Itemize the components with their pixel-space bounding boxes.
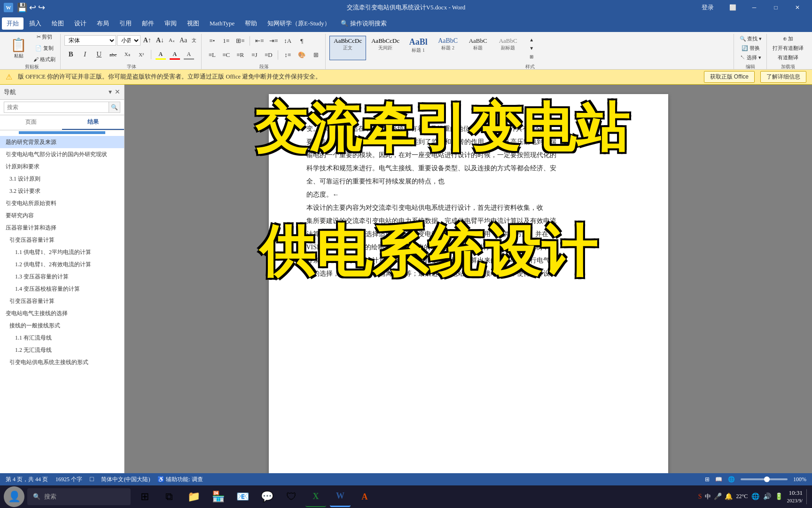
- toc-item[interactable]: 1.2 无汇流母线: [0, 344, 124, 356]
- toc-item[interactable]: 引变压器容量计算: [0, 295, 124, 307]
- change-case-button[interactable]: Aa: [178, 35, 189, 46]
- taskbar-search[interactable]: 🔍 搜索: [27, 488, 131, 505]
- toc-item[interactable]: 1.1 有汇流母线: [0, 332, 124, 344]
- search-input[interactable]: [4, 102, 109, 113]
- learn-more-button[interactable]: 了解详细信息: [760, 71, 806, 83]
- microphone-icon[interactable]: 🎤: [714, 492, 722, 500]
- minimize-button[interactable]: ─: [743, 0, 765, 15]
- menu-item-draw[interactable]: 绘图: [47, 17, 69, 30]
- view-mode-icon[interactable]: □: [90, 476, 94, 483]
- menu-item-insert[interactable]: 插入: [24, 17, 46, 30]
- multilevel-list-button[interactable]: ⊞≡: [234, 34, 247, 48]
- styles-scroll-up[interactable]: ▲: [525, 36, 538, 43]
- add-addin-button[interactable]: ⊕ 加: [771, 34, 805, 43]
- style-subtitle[interactable]: AaBbC 副标题: [493, 36, 523, 60]
- menu-item-mathtype[interactable]: MathType: [205, 18, 239, 29]
- style-title[interactable]: AaBbC 标题: [464, 36, 492, 60]
- menu-item-help[interactable]: 帮助: [240, 17, 262, 30]
- styles-scroll-down[interactable]: ▼: [525, 44, 538, 52]
- volume-icon[interactable]: 🔊: [763, 492, 771, 500]
- toc-item[interactable]: 引变电站所原始资料: [0, 197, 124, 209]
- toc-item[interactable]: 压器容量计算和选择: [0, 222, 124, 234]
- font-color-button[interactable]: A: [168, 48, 181, 61]
- toc-item[interactable]: 变电站电气主接线的选择: [0, 307, 124, 319]
- increase-indent-button[interactable]: ⇥≡: [267, 34, 280, 48]
- taskbar-autocad[interactable]: A: [354, 486, 375, 507]
- undo-icon[interactable]: ↩: [29, 2, 36, 13]
- text-highlight-button[interactable]: A: [154, 48, 167, 61]
- shading-button[interactable]: 🎨: [295, 48, 308, 62]
- panel-collapse-icon[interactable]: ▾: [109, 88, 112, 96]
- toc-item[interactable]: 接线的一般接线形式: [0, 319, 124, 332]
- taskbar-security[interactable]: 🛡: [281, 486, 302, 507]
- taskbar-email[interactable]: 📧: [232, 486, 253, 507]
- superscript-button[interactable]: X²: [135, 48, 148, 61]
- style-normal[interactable]: AaBbCcDc 正文: [329, 36, 366, 60]
- menu-item-mailings[interactable]: 邮件: [137, 17, 159, 30]
- sort-button[interactable]: ↕A: [281, 34, 294, 48]
- taskbar-excel[interactable]: X: [305, 486, 326, 507]
- decrease-font-button[interactable]: A↓: [154, 35, 166, 46]
- login-button[interactable]: 登录: [694, 0, 722, 15]
- find-button[interactable]: 🔍 查找 ▾: [738, 34, 764, 43]
- toc-item[interactable]: 要研究内容: [0, 209, 124, 222]
- redo-icon[interactable]: ↪: [38, 2, 45, 13]
- taskbar-windows-button[interactable]: ⊞: [134, 486, 155, 507]
- subscript-button[interactable]: X₂: [121, 48, 134, 61]
- window-controls[interactable]: 登录 ⬜ ─ □ ✕: [694, 0, 808, 15]
- get-genuine-office-button[interactable]: 获取正版 Office: [704, 71, 755, 83]
- align-center-button[interactable]: ≡C: [219, 48, 233, 62]
- notifications-icon[interactable]: 🔔: [725, 492, 733, 500]
- translate-button[interactable]: 打开有道翻译: [771, 43, 805, 53]
- distributed-button[interactable]: ≡D: [262, 48, 275, 62]
- char-shading-button[interactable]: A: [182, 48, 195, 61]
- borders-button[interactable]: ⊞: [309, 48, 322, 62]
- menu-item-zhihu[interactable]: 知网研学（原E-Study）: [263, 17, 335, 30]
- toc-item[interactable]: 引变电站供电系统主接线的形式: [0, 356, 124, 368]
- battery-icon[interactable]: 🔋: [775, 492, 783, 500]
- italic-button[interactable]: I: [78, 48, 92, 61]
- search-button[interactable]: 🔍: [109, 102, 120, 113]
- nav-tab-pages[interactable]: 页面: [0, 115, 62, 130]
- toc-item[interactable]: 1.2 供电臂1、2有效电流的计算: [0, 258, 124, 270]
- close-button[interactable]: ✕: [787, 0, 808, 15]
- menu-item-layout[interactable]: 布局: [92, 17, 114, 30]
- menu-item-home[interactable]: 开始: [2, 17, 23, 30]
- show-formatting-button[interactable]: ¶: [295, 34, 308, 48]
- increase-font-button[interactable]: A↑: [141, 35, 153, 46]
- align-left-button[interactable]: ≡L: [205, 48, 219, 62]
- toc-item[interactable]: 计原则和要求: [0, 160, 124, 173]
- paste-button[interactable]: 📋 粘贴: [7, 36, 31, 60]
- toc-item[interactable]: 题的研究背景及来源: [0, 136, 124, 148]
- toc-item[interactable]: 1.4 变压器校核容量的计算: [0, 283, 124, 295]
- menu-item-design[interactable]: 设计: [70, 17, 91, 30]
- panel-close-icon[interactable]: ✕: [115, 88, 120, 96]
- taskbar-word[interactable]: W: [330, 486, 351, 507]
- toc-item[interactable]: 1.3 变压器容量的计算: [0, 270, 124, 283]
- strikethrough-button[interactable]: abc: [107, 48, 120, 61]
- copy-button[interactable]: 📄 复制: [31, 43, 57, 53]
- toc-item[interactable]: 引变压器容量计算: [0, 234, 124, 246]
- taskbar-file-explorer[interactable]: 📁: [183, 486, 204, 507]
- nav-tab-results[interactable]: 结果: [62, 115, 124, 130]
- menu-item-review[interactable]: 审阅: [160, 17, 181, 30]
- show-desktop-button[interactable]: [806, 489, 808, 504]
- taskbar-wechat[interactable]: 💬: [257, 486, 277, 507]
- quick-access-toolbar[interactable]: 💾 ↩ ↪: [17, 2, 45, 13]
- phonetic-guide-button[interactable]: 文: [190, 35, 198, 46]
- ime-icon[interactable]: 中: [705, 492, 711, 501]
- bullet-list-button[interactable]: ≡•: [205, 34, 219, 48]
- sogou-icon[interactable]: S: [698, 493, 702, 500]
- font-name-select[interactable]: 宋体: [64, 35, 116, 46]
- clear-format-button[interactable]: Aₓ: [167, 35, 177, 46]
- toc-item[interactable]: 3.2 设计要求: [0, 185, 124, 197]
- underline-button[interactable]: U: [93, 48, 106, 61]
- font-size-select[interactable]: 小四: [117, 35, 141, 46]
- line-spacing-button[interactable]: ↕≡: [281, 48, 294, 62]
- decrease-indent-button[interactable]: ⇤≡: [253, 34, 266, 48]
- web-view-icon[interactable]: 🌐: [728, 476, 735, 483]
- bold-button[interactable]: B: [64, 48, 78, 61]
- menu-item-references[interactable]: 引用: [115, 17, 136, 30]
- replace-button[interactable]: 🔄 替换: [738, 43, 764, 53]
- zoom-slider[interactable]: [741, 478, 788, 480]
